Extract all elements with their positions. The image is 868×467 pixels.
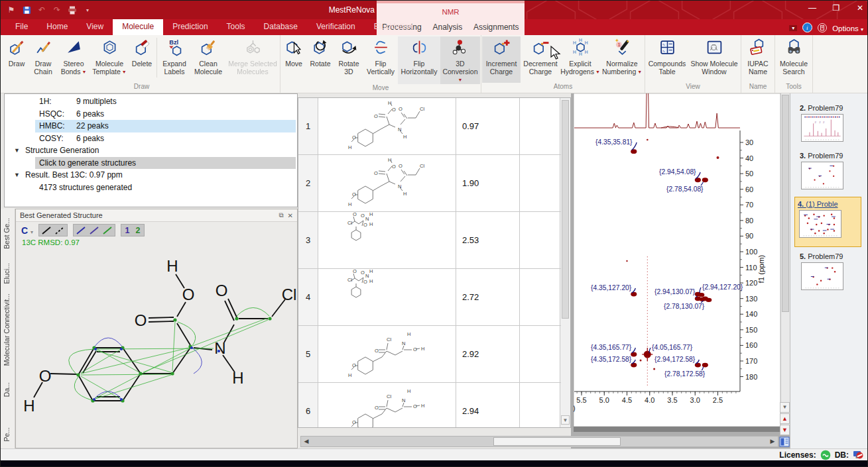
explicit-hydrogens-button[interactable]: HHHHHHExplicit Hydrogens ▼ [560,36,600,83]
hmbc-spectrum[interactable]: 3040506070809010011012013014015016017018… [571,93,780,435]
tab-tools[interactable]: Tools [217,19,255,35]
table-row[interactable]: 6HOOClNHOH2.94 [298,383,561,428]
molecule-structure-canvas[interactable]: HOOOHOClNH [16,250,297,448]
structure-cell[interactable]: HOOOHOClNH [318,155,456,211]
table-row[interactable]: 3ClOONHOH2.53 [298,212,561,269]
green-bond-button[interactable] [101,225,113,236]
side-tab-molecular-connectivit[interactable]: Molecular Connectivit... [3,293,11,366]
document-vscrollbar-thumb[interactable] [782,95,789,312]
purple-bond-button[interactable] [88,225,100,236]
tab-elucidation[interactable]: Elucidation [365,19,422,35]
rotate-3d-button[interactable]: Rotate 3D [334,36,363,84]
rotate-button[interactable]: Rotate [306,36,334,84]
merge-selected-molecules-button[interactable]: Merge Selected Molecules [226,36,279,83]
table-scrollbar-thumb[interactable] [562,100,569,319]
stereo-bonds-button[interactable]: Stereo Bonds ▼ [57,36,90,83]
next-page-icon[interactable]: ▼ [780,425,790,435]
table-row[interactable]: 5HOOClNHOH2.92 [298,326,561,383]
clean-molecule-button[interactable]: Clean Molecule [190,36,226,83]
context-tab-analysis[interactable]: Analysis [430,21,465,33]
scroll-right-icon[interactable]: ▶ [767,437,778,446]
tree-item-1h[interactable]: 1H:9 multiplets [5,95,297,108]
move-button[interactable]: Move [281,36,306,84]
license-status-icon[interactable] [820,450,831,460]
page-thumbnail-3[interactable]: 3. Problem79 [800,152,861,189]
single-bond-button[interactable] [40,225,52,236]
thumbnail-image[interactable]: 222 [801,114,843,142]
document-hscrollbar-thumb[interactable] [493,437,621,446]
blue-bond-button[interactable] [75,225,87,236]
table-row[interactable]: 4ClOONHOH2.72 [298,269,561,326]
print-icon[interactable] [67,5,78,15]
close-icon[interactable]: ✕ [855,3,865,13]
side-tab-pe[interactable]: Pe... [3,427,11,442]
tab-molecule[interactable]: Molecule [113,19,163,35]
options-button[interactable]: Options ▾ [832,25,863,32]
thumbnail-image[interactable] [801,262,843,290]
tab-home[interactable]: Home [37,19,77,35]
side-tab-best-ge[interactable]: Best Ge... [3,218,11,249]
molecule-search-button[interactable]: Molecule Search [776,36,812,83]
tab-verification[interactable]: Verification [307,19,365,35]
tree-item-result-best-13c-0-97-ppm[interactable]: ▼Result. Best 13C: 0.97 ppm [5,169,297,182]
flip-vertically-button[interactable]: Flip Vertically [363,36,398,84]
compounds-table-button[interactable]: ∿∿Compounds Table [646,36,688,83]
structure-cell[interactable]: HOOClNHOH [318,383,456,428]
structure-cell[interactable]: HOOOHOClNH [318,98,456,154]
page-thumbnail-2[interactable]: 2. Problem79222 [800,104,861,142]
table-row[interactable]: 1HOOOHOClNH0.97 [298,98,561,155]
minimize-icon[interactable]: — [808,3,817,13]
3d-conversion-button[interactable]: 3D Conversion ▼ [440,36,480,84]
spectrum-document-view[interactable]: 3040506070809010011012013014015016017018… [571,93,790,448]
structure-cell[interactable]: HOOClNHOH [318,326,456,382]
page-thumbnail-5[interactable]: 5. Problem79 [800,252,861,290]
flip-horizontally-button[interactable]: Flip Horizontally [398,36,440,84]
previous-page-icon[interactable]: ▲ [780,413,790,424]
undo-icon[interactable]: ↶ [36,5,47,15]
structure-cell[interactable]: ClOONHOH [318,269,456,325]
scroll-down-icon[interactable]: ▼ [780,402,790,413]
tab-database[interactable]: Database [255,19,307,35]
thumbnail-image[interactable] [799,210,841,238]
float-panel-icon[interactable]: ⧉ [279,211,283,219]
save-icon[interactable] [21,5,32,15]
tree-item-cosy[interactable]: COSY:6 peaks [5,132,297,145]
ribbon-collapse-icon[interactable]: ▾ [789,25,797,31]
tab-view[interactable]: View [77,19,113,35]
normalize-numbering-button[interactable]: 1✦✦Normalize Numbering ▼ [600,36,644,83]
tree-item-hsqc[interactable]: HSQC:6 peaks [5,108,297,121]
number-1-button[interactable]: 1 [123,226,132,235]
side-tab-eluci[interactable]: Eluci... [3,263,11,284]
table-scrollbar[interactable]: ▼ [560,98,570,427]
number-2-button[interactable]: 2 [133,226,143,235]
scroll-left-icon[interactable]: ◀ [301,437,312,446]
structure-cell[interactable]: ClOONHOH [318,212,456,268]
table-row[interactable]: 2HOOOHOClNH1.90 [298,155,561,212]
tab-file[interactable]: File [6,19,37,35]
dashed-bond-button[interactable] [54,225,66,236]
draw-chain-button[interactable]: Draw Chain [29,36,57,83]
restore-icon[interactable]: ❐ [832,3,841,13]
expand-labels-button[interactable]: BzlExpand Labels [158,36,190,83]
iupac-name-button[interactable]: IUPAC Name [742,36,774,83]
draw-button[interactable]: Draw [4,36,29,83]
tree-item-hmbc[interactable]: HMBC:22 peaks [5,120,297,132]
document-hscrollbar[interactable]: ◀ ▶ [300,436,778,447]
thumbnail-image[interactable] [801,162,843,189]
collapse-arrow-icon[interactable]: ▼ [14,147,20,154]
element-selector-button[interactable]: C ▾ [21,225,33,236]
db-status-icon[interactable] [853,450,863,460]
collapse-arrow-icon[interactable]: ▼ [14,172,20,178]
page-thumbnail-4[interactable]: 4. (1) Proble [798,200,859,238]
table-scroll-down-icon[interactable]: ▼ [561,415,570,425]
delete-button[interactable]: Delete [129,36,155,83]
tree-item-structure-generation[interactable]: ▼Structure Generation [5,144,297,157]
info-icon[interactable]: i [802,23,812,34]
report-icon[interactable] [818,23,827,34]
close-panel-icon[interactable]: ✕ [288,212,293,219]
flag-icon[interactable]: ⚑ [6,5,17,15]
tree-item-click-to-generate-structures[interactable]: Click to generate structures [5,157,297,170]
side-tab-da[interactable]: Da... [3,382,11,397]
context-tab-assignments[interactable]: Assignments [471,21,522,33]
increment-charge-button[interactable]: Increment Charge [482,36,521,83]
